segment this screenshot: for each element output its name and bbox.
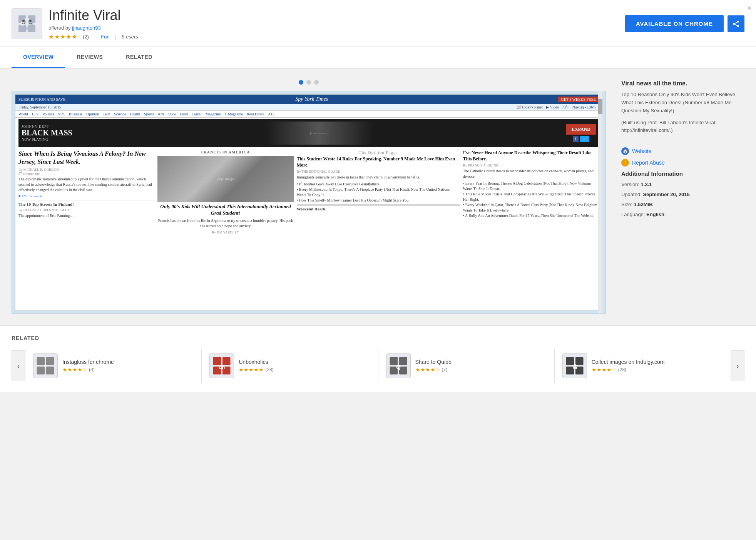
close-button[interactable]: × xyxy=(747,5,751,12)
svg-point-12 xyxy=(737,25,739,27)
website-label: Website xyxy=(632,148,651,154)
extension-icon xyxy=(12,8,42,39)
np-nav: WorldU.S.PoliticsN.Y.BusinessOpinionTech… xyxy=(15,111,602,118)
language-row: Language: English xyxy=(621,211,744,219)
related-icon-indulgy: ♔ xyxy=(562,353,587,378)
related-icon-instagloss: I xyxy=(33,353,58,378)
available-on-chrome-button[interactable]: AVAILABLE ON CHROME xyxy=(625,15,724,32)
np-content: Since When Is Being Vivacious A Felony? … xyxy=(15,148,602,237)
tab-overview[interactable]: OVERVIEW xyxy=(12,47,65,68)
ext-meta: ★★★★★ (2) | Fun | 8 users xyxy=(49,33,138,40)
svg-point-4 xyxy=(25,17,29,21)
related-item-info: Unboxholics ★★★★★ (28) xyxy=(239,359,370,373)
related-item[interactable]: Uh Unboxholics ★★★★★ (28) xyxy=(202,349,378,383)
related-item[interactable]: ♔ Collect images on Indulgy.com ★★★★☆ (2… xyxy=(555,349,731,383)
np-col-left: Since When Is Being Vivacious A Felony? … xyxy=(18,150,154,235)
divider-1 xyxy=(621,141,744,141)
size-row: Size: 1.52MiB xyxy=(621,201,744,209)
svg-point-8 xyxy=(22,20,25,22)
svg-point-6 xyxy=(25,27,29,30)
related-title: RELATED xyxy=(12,335,744,341)
np-col-mid: FRANCIS IN AMERICA [pope image] Only 00'… xyxy=(157,150,293,235)
scrollbar[interactable] xyxy=(598,91,602,313)
size-value: 1.52MiB xyxy=(634,202,653,207)
svg-line-13 xyxy=(735,24,737,25)
related-items-wrapper: ‹ I Instagloss for chrome xyxy=(12,349,744,383)
home-icon: 🏠 xyxy=(621,147,629,155)
svg-rect-23 xyxy=(222,357,231,365)
svg-rect-17 xyxy=(46,357,54,365)
additional-title: Additional Information xyxy=(621,170,744,177)
share-button[interactable] xyxy=(728,15,744,32)
version-value: 1.3.1 xyxy=(641,182,652,187)
language-value: English xyxy=(646,212,664,217)
related-item-info: Collect images on Indulgy.com ★★★★☆ (28) xyxy=(592,359,723,373)
svg-text:Q: Q xyxy=(396,363,401,370)
screenshot-container: SUBSCRIPTION AND SAVE Spy York Times GET… xyxy=(12,91,606,314)
svg-point-11 xyxy=(733,23,735,25)
np-col-right: The Opinion Pages This Student Wrote 14 … xyxy=(297,150,460,235)
header: Infinite Viral offered by jjnaughton93 ★… xyxy=(0,0,756,47)
version-row: Version: 1.3.1 xyxy=(621,181,744,189)
related-section: RELATED ‹ I Instagloss for chrome xyxy=(0,325,756,392)
header-left: Infinite Viral offered by jjnaughton93 ★… xyxy=(12,7,138,40)
author-link[interactable]: jjnaughton93 xyxy=(72,25,100,31)
report-abuse-link[interactable]: ! Report Abuse xyxy=(621,159,744,167)
header-right: AVAILABLE ON CHROME xyxy=(625,15,744,32)
np-banner: JOHNNY DEPP BLACK MASS NOW PLAYING [film… xyxy=(18,119,599,147)
user-count: 8 users xyxy=(122,34,138,40)
tab-reviews[interactable]: REVIEWS xyxy=(65,47,114,68)
svg-text:Uh: Uh xyxy=(219,365,225,370)
report-label: Report Abuse xyxy=(632,160,665,166)
svg-text:I: I xyxy=(45,363,46,369)
np-col-far-right: I've Never Heard Anyone Describe Whisper… xyxy=(463,150,599,235)
main-content: SUBSCRIPTION AND SAVE Spy York Times GET… xyxy=(0,68,756,325)
related-icon-unboxholics: Uh xyxy=(209,353,234,378)
scrollbar-thumb[interactable] xyxy=(598,99,602,114)
sidebar: Viral news all the time. Top 10 Reasons … xyxy=(621,80,744,314)
related-item-info: Instagloss for chrome ★★★★☆ (3) xyxy=(62,359,194,373)
viral-title: Viral news all the time. xyxy=(621,80,744,87)
updated-row: Updated: September 20, 2015 xyxy=(621,191,744,199)
svg-line-14 xyxy=(735,22,737,23)
svg-point-9 xyxy=(29,20,32,22)
dot-1[interactable] xyxy=(299,80,303,85)
website-link[interactable]: 🏠 Website xyxy=(621,147,744,155)
related-arrow-left[interactable]: ‹ xyxy=(12,350,25,381)
svg-point-10 xyxy=(737,20,739,22)
extension-title-block: Infinite Viral offered by jjnaughton93 ★… xyxy=(49,7,138,40)
viral-body-2: (Built using Prof. Bill Laboon's Infinit… xyxy=(621,119,744,135)
dot-navigation xyxy=(12,80,606,85)
offered-by: offered by jjnaughton93 xyxy=(49,25,138,31)
related-item[interactable]: Q Share to Quibb ★★★★☆ (7) xyxy=(378,349,555,383)
screenshot-inner: SUBSCRIPTION AND SAVE Spy York Times GET… xyxy=(15,94,602,310)
svg-text:♔: ♔ xyxy=(572,363,577,370)
np-header: SUBSCRIPTION AND SAVE Spy York Times GET… xyxy=(15,95,602,104)
related-item[interactable]: I Instagloss for chrome ★★★★☆ (3) xyxy=(25,349,202,383)
svg-rect-19 xyxy=(46,367,54,375)
dot-2[interactable] xyxy=(306,80,311,85)
svg-rect-16 xyxy=(37,357,45,365)
updated-value: September 20, 2015 xyxy=(643,192,689,197)
tab-related[interactable]: RELATED xyxy=(114,47,164,68)
rating-count: (2) xyxy=(83,34,89,40)
related-arrow-right[interactable]: › xyxy=(731,350,744,381)
viral-body-1: Top 10 Reasons Only 90's Kids Won't Even… xyxy=(621,91,744,115)
viral-description: Viral news all the time. Top 10 Reasons … xyxy=(621,80,744,135)
np-top-bar: Friday, September 18, 2015 📰 Today's Pap… xyxy=(15,104,602,111)
related-items-list: I Instagloss for chrome ★★★★☆ (3) xyxy=(25,349,731,383)
related-item-info: Share to Quibb ★★★★☆ (7) xyxy=(415,359,547,373)
extension-title: Infinite Viral xyxy=(49,7,138,23)
report-icon: ! xyxy=(621,159,629,167)
svg-rect-18 xyxy=(37,367,45,375)
preview-area: SUBSCRIPTION AND SAVE Spy York Times GET… xyxy=(12,80,606,314)
tabs-bar: OVERVIEW REVIEWS RELATED xyxy=(0,47,756,68)
dot-3[interactable] xyxy=(314,80,319,85)
additional-information: Additional Information Version: 1.3.1 Up… xyxy=(621,170,744,218)
category-link[interactable]: Fun xyxy=(101,34,109,40)
svg-rect-22 xyxy=(213,357,221,365)
rating-stars: ★★★★★ xyxy=(49,33,77,40)
related-icon-quibb: Q xyxy=(386,353,411,378)
